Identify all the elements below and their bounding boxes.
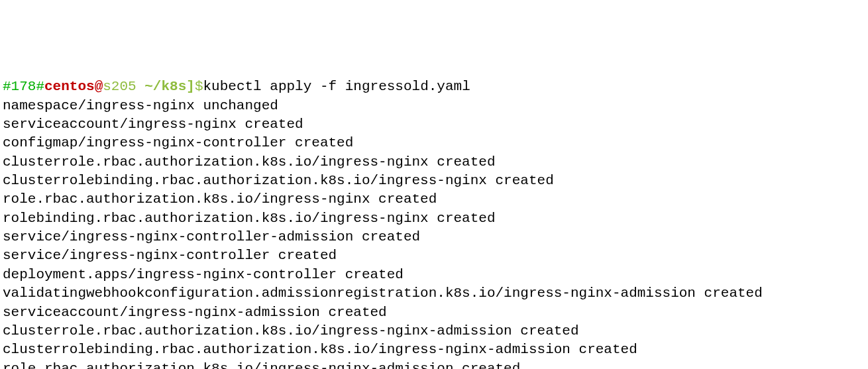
output-line: clusterrolebinding.rbac.authorization.k8… — [3, 172, 865, 190]
output-line: configmap/ingress-nginx-controller creat… — [3, 134, 865, 152]
output-line: clusterrolebinding.rbac.authorization.k8… — [3, 341, 865, 359]
output-line: serviceaccount/ingress-nginx-admission c… — [3, 303, 865, 322]
prompt-line: #178#centos@s205 ~/k8s]$kubectl apply -f… — [3, 78, 865, 96]
output-line: clusterrole.rbac.authorization.k8s.io/in… — [3, 322, 865, 341]
output-line: service/ingress-nginx-controller-admissi… — [3, 228, 865, 246]
output-line: clusterrole.rbac.authorization.k8s.io/in… — [3, 153, 865, 172]
output-line: deployment.apps/ingress-nginx-controller… — [3, 266, 865, 284]
prompt-path: ~/k8s] — [136, 79, 195, 94]
output-line: role.rbac.authorization.k8s.io/ingress-n… — [3, 360, 865, 369]
prompt-host: s205 — [103, 79, 136, 94]
output-line: validatingwebhookconfiguration.admission… — [3, 284, 865, 303]
output-line: namespace/ingress-nginx unchanged — [3, 97, 865, 115]
command-text: kubectl apply -f ingressold.yaml — [203, 79, 470, 94]
output-line: role.rbac.authorization.k8s.io/ingress-n… — [3, 190, 865, 209]
prompt-user: centos@ — [44, 79, 103, 94]
prompt-counter: #178# — [3, 79, 44, 94]
terminal-area[interactable]: #178#centos@s205 ~/k8s]$kubectl apply -f… — [3, 78, 865, 369]
prompt-dollar: $ — [195, 79, 203, 94]
output-line: rolebinding.rbac.authorization.k8s.io/in… — [3, 209, 865, 228]
output-line: serviceaccount/ingress-nginx created — [3, 115, 865, 134]
output-line: service/ingress-nginx-controller created — [3, 246, 865, 265]
